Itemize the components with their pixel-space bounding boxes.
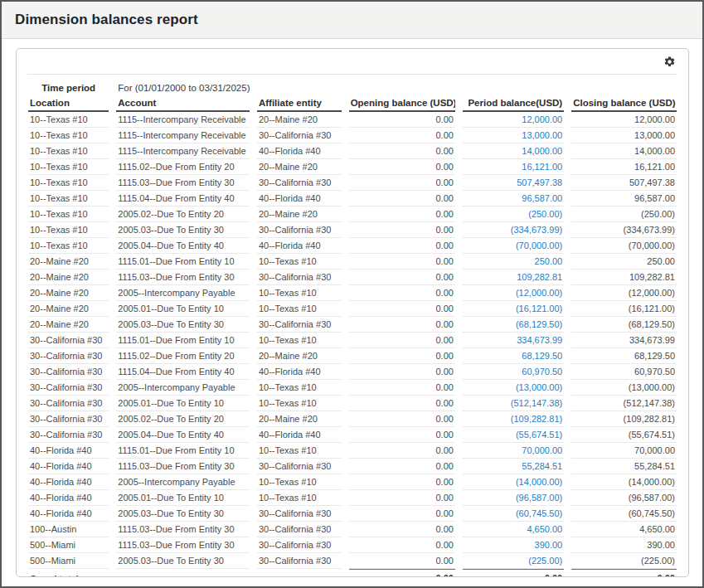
affiliate-entity-cell: 30--California #30 <box>257 459 342 474</box>
column-header-period-balance: Period balance(USD) <box>463 95 564 112</box>
account-cell: 1115.03--Due From Entity 30 <box>116 175 250 191</box>
table-row: 30--California #30 2005.04--Due To Entit… <box>28 427 677 443</box>
affiliate-entity-cell: 30--California #30 <box>257 553 342 569</box>
period-balance-cell: 507,497.38 <box>463 175 564 191</box>
closing-balance-cell: 109,282.81 <box>571 270 677 285</box>
period-balance-link[interactable]: (96,587.00) <box>516 493 562 503</box>
period-balance-link[interactable]: (13,000.00) <box>516 382 562 392</box>
period-balance-cell: (109,282.81) <box>463 411 564 427</box>
affiliate-entity-cell: 20--Maine #20 <box>257 112 342 128</box>
period-balance-cell: (16,121.00) <box>463 301 564 317</box>
location-cell: 10--Texas #10 <box>28 112 109 128</box>
period-balance-cell: (250.00) <box>463 207 564 222</box>
location-cell: 40--Florida #40 <box>28 443 109 459</box>
period-balance-link[interactable]: 55,284.51 <box>522 461 562 471</box>
period-balance-link[interactable]: (12,000.00) <box>516 288 562 298</box>
period-balance-link[interactable]: 4,650.00 <box>527 524 562 534</box>
account-cell: 1115.04--Due From Entity 40 <box>116 364 250 380</box>
time-period-value: For (01/01/2000 to 03/31/2025) <box>116 80 341 95</box>
opening-balance-cell: 0.00 <box>349 159 455 175</box>
period-balance-link[interactable]: (68,129.50) <box>516 319 562 329</box>
period-balance-link[interactable]: (225.00) <box>528 556 562 566</box>
account-cell: 2005.01--Due To Entity 10 <box>116 396 250 411</box>
account-cell: 1115--Intercompany Receivable <box>116 112 250 128</box>
period-balance-link[interactable]: 13,000.00 <box>522 130 562 140</box>
account-cell: 1115.02--Due From Entity 20 <box>116 159 250 175</box>
account-cell: 1115.03--Due From Entity 30 <box>116 522 250 537</box>
location-cell: 40--Florida #40 <box>28 490 109 506</box>
account-cell: 2005--Intercompany Payable <box>116 285 250 301</box>
period-balance-link[interactable]: (70,000.00) <box>516 241 562 250</box>
period-balance-cell: (96,587.00) <box>463 490 564 506</box>
settings-button[interactable] <box>662 54 677 70</box>
period-balance-link[interactable]: (109,282.81) <box>511 414 562 424</box>
period-balance-link[interactable]: 68,129.50 <box>522 351 562 361</box>
period-balance-link[interactable]: 16,121.00 <box>522 162 562 172</box>
location-cell: 40--Florida #40 <box>28 459 109 474</box>
column-header-affiliate-entity: Affiliate entity <box>257 95 342 112</box>
period-balance-link[interactable]: (512,147.38) <box>511 398 562 408</box>
opening-balance-cell: 0.00 <box>349 522 455 537</box>
account-cell: 2005.03--Due To Entity 30 <box>116 553 250 569</box>
period-balance-link[interactable]: (60,745.50) <box>516 508 562 518</box>
period-balance-link[interactable]: (250.00) <box>528 209 562 219</box>
period-balance-link[interactable]: (14,000.00) <box>516 477 562 487</box>
affiliate-entity-cell: 40--Florida #40 <box>257 143 342 159</box>
period-balance-link[interactable]: (16,121.00) <box>516 304 562 313</box>
period-balance-link[interactable]: (334,673.99) <box>511 225 562 235</box>
period-balance-link[interactable]: 70,000.00 <box>522 445 562 455</box>
account-cell: 2005.04--Due To Entity 40 <box>116 427 250 443</box>
location-cell: 10--Texas #10 <box>28 159 109 175</box>
opening-balance-cell: 0.00 <box>349 364 455 380</box>
opening-balance-cell: 0.00 <box>349 553 455 569</box>
location-cell: 10--Texas #10 <box>28 143 109 159</box>
period-balance-link[interactable]: 14,000.00 <box>522 146 562 156</box>
closing-balance-cell: 507,497.38 <box>571 175 677 191</box>
period-balance-link[interactable]: 250.00 <box>535 256 563 266</box>
table-row: 10--Texas #10 1115--Intercompany Receiva… <box>28 112 677 128</box>
opening-balance-cell: 0.00 <box>349 490 455 506</box>
period-balance-cell: 55,284.51 <box>463 459 564 474</box>
location-cell: 30--California #30 <box>28 348 109 364</box>
affiliate-entity-cell: 10--Texas #10 <box>257 443 342 459</box>
period-balance-cell: 96,587.00 <box>463 191 564 207</box>
affiliate-entity-cell: 30--California #30 <box>257 128 342 143</box>
affiliate-entity-cell: 10--Texas #10 <box>257 285 342 301</box>
closing-balance-cell: (70,000.00) <box>571 238 677 254</box>
closing-balance-cell: 250.00 <box>571 254 677 270</box>
period-balance-link[interactable]: 96,587.00 <box>522 193 562 203</box>
account-cell: 1115.01--Due From Entity 10 <box>116 254 250 270</box>
table-row: 10--Texas #10 2005.04--Due To Entity 40 … <box>28 238 677 254</box>
period-balance-link[interactable]: 390.00 <box>535 540 563 550</box>
table-row: 10--Texas #10 1115--Intercompany Receiva… <box>28 143 677 159</box>
time-period-row: Time period For (01/01/2000 to 03/31/202… <box>28 80 677 95</box>
closing-balance-cell: 13,000.00 <box>571 128 677 143</box>
account-cell: 2005.03--Due To Entity 30 <box>116 222 250 238</box>
period-balance-link[interactable]: 334,673.99 <box>517 335 562 345</box>
period-balance-link[interactable]: 109,282.81 <box>517 272 562 282</box>
account-cell: 2005.01--Due To Entity 10 <box>116 490 250 506</box>
account-cell: 1115--Intercompany Receivable <box>116 128 250 143</box>
period-balance-link[interactable]: 12,000.00 <box>522 114 562 124</box>
period-balance-link[interactable]: 60,970.50 <box>522 367 562 377</box>
affiliate-entity-cell: 10--Texas #10 <box>257 474 342 490</box>
closing-balance-cell: (60,745.50) <box>571 506 677 522</box>
period-balance-cell: (14,000.00) <box>463 474 564 490</box>
affiliate-entity-cell: 10--Texas #10 <box>257 301 342 317</box>
account-cell: 1115.02--Due From Entity 20 <box>116 348 250 364</box>
period-balance-link[interactable]: (55,674.51) <box>516 430 562 440</box>
closing-balance-cell: 55,284.51 <box>571 459 677 474</box>
table-row: 40--Florida #40 1115.01--Due From Entity… <box>28 443 677 459</box>
closing-balance-cell: 12,000.00 <box>571 112 677 128</box>
table-row: 20--Maine #20 1115.01--Due From Entity 1… <box>28 254 677 270</box>
location-cell: 10--Texas #10 <box>28 207 109 222</box>
table-row: 20--Maine #20 2005.03--Due To Entity 30 … <box>28 317 677 333</box>
table-row: 40--Florida #40 2005.01--Due To Entity 1… <box>28 490 677 506</box>
column-header-opening-balance: Opening balance (USD) <box>349 95 455 112</box>
closing-balance-cell: 390.00 <box>571 537 677 553</box>
location-cell: 10--Texas #10 <box>28 175 109 191</box>
account-cell: 1115.01--Due From Entity 10 <box>116 333 250 348</box>
affiliate-entity-cell: 40--Florida #40 <box>257 191 342 207</box>
period-balance-cell: (68,129.50) <box>463 317 564 333</box>
period-balance-link[interactable]: 507,497.38 <box>517 177 562 187</box>
